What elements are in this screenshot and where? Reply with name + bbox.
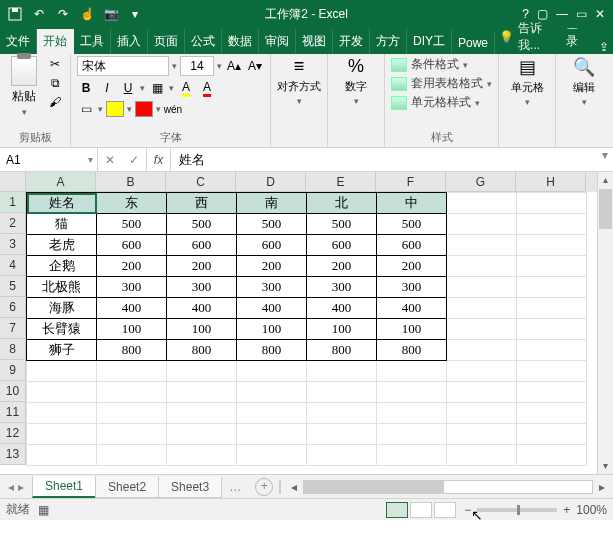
tab-home[interactable]: 开始 bbox=[37, 29, 74, 54]
page-break-view-icon[interactable] bbox=[434, 502, 456, 518]
name-box[interactable]: A1 bbox=[0, 148, 98, 171]
cell[interactable] bbox=[27, 445, 97, 466]
scroll-up-icon[interactable]: ▴ bbox=[598, 172, 613, 188]
share-icon[interactable]: ⇪ bbox=[595, 40, 613, 54]
font-size-combo[interactable]: 14 bbox=[180, 56, 214, 76]
cell[interactable] bbox=[377, 361, 447, 382]
shrink-font-icon[interactable]: A▾ bbox=[246, 57, 264, 75]
cell[interactable] bbox=[447, 214, 517, 235]
tell-me[interactable]: 💡告诉我... bbox=[499, 20, 560, 54]
col-header-B[interactable]: B bbox=[96, 172, 166, 192]
cell[interactable] bbox=[517, 445, 587, 466]
row-header-13[interactable]: 13 bbox=[0, 444, 26, 465]
cell[interactable] bbox=[447, 298, 517, 319]
zoom-in-icon[interactable]: + bbox=[563, 503, 570, 517]
grow-font-icon[interactable]: A▴ bbox=[225, 57, 243, 75]
close-icon[interactable]: ✕ bbox=[595, 7, 605, 21]
row-header-6[interactable]: 6 bbox=[0, 297, 26, 318]
cell[interactable]: 猫 bbox=[27, 214, 97, 235]
cell[interactable]: 800 bbox=[237, 340, 307, 361]
cell[interactable]: 300 bbox=[377, 277, 447, 298]
tab-dev[interactable]: 开发 bbox=[333, 29, 370, 54]
touch-icon[interactable]: ☝ bbox=[78, 5, 96, 23]
cell[interactable]: 狮子 bbox=[27, 340, 97, 361]
cell[interactable]: 500 bbox=[307, 214, 377, 235]
cell[interactable] bbox=[97, 403, 167, 424]
cell[interactable] bbox=[167, 445, 237, 466]
cell[interactable] bbox=[447, 277, 517, 298]
cell[interactable]: 300 bbox=[307, 277, 377, 298]
undo-icon[interactable]: ↶ bbox=[30, 5, 48, 23]
borders-icon[interactable]: ▭ bbox=[77, 100, 95, 118]
row-header-1[interactable]: 1 bbox=[0, 192, 26, 213]
cell[interactable] bbox=[447, 361, 517, 382]
cell[interactable]: 600 bbox=[97, 235, 167, 256]
row-header-7[interactable]: 7 bbox=[0, 318, 26, 339]
cell[interactable]: 西 bbox=[167, 193, 237, 214]
cell[interactable]: 500 bbox=[167, 214, 237, 235]
tab-insert[interactable]: 插入 bbox=[111, 29, 148, 54]
cell[interactable] bbox=[237, 382, 307, 403]
cell[interactable]: 企鹅 bbox=[27, 256, 97, 277]
number-dropdown[interactable]: % 数字 ▾ bbox=[334, 56, 378, 106]
tab-review[interactable]: 审阅 bbox=[259, 29, 296, 54]
tab-data[interactable]: 数据 bbox=[222, 29, 259, 54]
cell[interactable] bbox=[27, 361, 97, 382]
scroll-thumb[interactable] bbox=[599, 189, 612, 229]
cell[interactable] bbox=[27, 424, 97, 445]
cell[interactable] bbox=[307, 445, 377, 466]
cell[interactable] bbox=[447, 340, 517, 361]
cell[interactable] bbox=[167, 424, 237, 445]
tab-view[interactable]: 视图 bbox=[296, 29, 333, 54]
cell[interactable] bbox=[97, 382, 167, 403]
cell[interactable] bbox=[377, 403, 447, 424]
row-header-10[interactable]: 10 bbox=[0, 381, 26, 402]
tab-sq[interactable]: 方方 bbox=[370, 29, 407, 54]
cell[interactable] bbox=[447, 403, 517, 424]
col-header-C[interactable]: C bbox=[166, 172, 236, 192]
cell[interactable] bbox=[447, 319, 517, 340]
cell[interactable] bbox=[517, 403, 587, 424]
row-headers[interactable]: 12345678910111213 bbox=[0, 192, 26, 465]
cell[interactable]: 北极熊 bbox=[27, 277, 97, 298]
ribbon-options-icon[interactable]: ▢ bbox=[537, 7, 548, 21]
cell[interactable]: 600 bbox=[237, 235, 307, 256]
cell[interactable] bbox=[517, 256, 587, 277]
cell[interactable] bbox=[377, 445, 447, 466]
cell[interactable]: 800 bbox=[97, 340, 167, 361]
hscroll-thumb[interactable] bbox=[304, 481, 444, 493]
cell[interactable]: 北 bbox=[307, 193, 377, 214]
redo-icon[interactable]: ↷ bbox=[54, 5, 72, 23]
normal-view-icon[interactable] bbox=[386, 502, 408, 518]
select-all-corner[interactable] bbox=[0, 172, 26, 192]
cell[interactable]: 100 bbox=[237, 319, 307, 340]
scroll-down-icon[interactable]: ▾ bbox=[598, 458, 613, 474]
tab-file[interactable]: 文件 bbox=[0, 29, 37, 54]
fill-color-swatch[interactable] bbox=[106, 101, 124, 117]
cell[interactable]: 200 bbox=[377, 256, 447, 277]
cell[interactable] bbox=[517, 235, 587, 256]
cell[interactable] bbox=[447, 445, 517, 466]
zoom-level[interactable]: 100% bbox=[576, 503, 607, 517]
cell[interactable]: 200 bbox=[167, 256, 237, 277]
col-header-H[interactable]: H bbox=[516, 172, 586, 192]
col-header-D[interactable]: D bbox=[236, 172, 306, 192]
cell[interactable] bbox=[447, 193, 517, 214]
cell[interactable] bbox=[517, 361, 587, 382]
sheet-tab-3[interactable]: Sheet3 bbox=[158, 477, 222, 498]
phonetic-icon[interactable]: wén bbox=[164, 100, 182, 118]
format-painter-icon[interactable]: 🖌 bbox=[46, 94, 64, 110]
cell[interactable] bbox=[517, 382, 587, 403]
copy-icon[interactable]: ⧉ bbox=[46, 75, 64, 91]
row-header-5[interactable]: 5 bbox=[0, 276, 26, 297]
cell[interactable]: 800 bbox=[377, 340, 447, 361]
cells-dropdown[interactable]: ▤ 单元格 ▾ bbox=[505, 56, 549, 107]
cell[interactable] bbox=[307, 424, 377, 445]
align-dropdown[interactable]: ≡ 对齐方式 ▾ bbox=[277, 56, 321, 106]
cell[interactable]: 800 bbox=[307, 340, 377, 361]
cell[interactable]: 东 bbox=[97, 193, 167, 214]
cell[interactable] bbox=[97, 445, 167, 466]
cell[interactable]: 海豚 bbox=[27, 298, 97, 319]
cell[interactable]: 100 bbox=[167, 319, 237, 340]
cell[interactable]: 400 bbox=[307, 298, 377, 319]
